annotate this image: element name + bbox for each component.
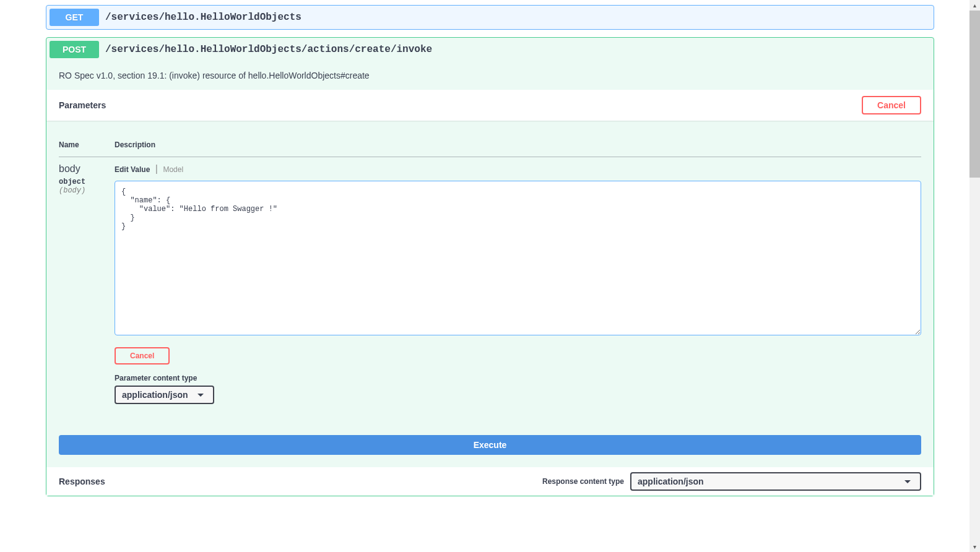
body-textarea[interactable] [115, 181, 921, 335]
opblock-description: RO Spec v1.0, section 19.1: (invoke) res… [46, 61, 934, 90]
opblock-path-get: /services/hello.HelloWorldObjects [105, 12, 930, 23]
opblock-summary-post[interactable]: POST /services/hello.HelloWorldObjects/a… [46, 38, 934, 61]
cancel-button[interactable]: Cancel [862, 96, 921, 114]
opblock-path-post: /services/hello.HelloWorldObjects/action… [105, 44, 930, 55]
opblock-get[interactable]: GET /services/hello.HelloWorldObjects [46, 5, 934, 30]
param-name: body [59, 163, 115, 175]
param-in: (body) [59, 186, 115, 195]
param-row: body object (body) Edit Value | Model [59, 157, 921, 411]
method-badge-post: POST [50, 41, 99, 58]
scrollbar[interactable]: ▴ ▾ [969, 0, 980, 504]
tab-separator: | [155, 163, 158, 174]
responses-title: Responses [59, 477, 105, 486]
tab-edit-value[interactable]: Edit Value [115, 165, 150, 174]
param-header-name: Name [59, 133, 115, 157]
parameters-table: Name Description body object (body) [59, 133, 921, 410]
opblock-post: POST /services/hello.HelloWorldObjects/a… [46, 37, 934, 496]
response-content-type-wrapper: Response content type application/json [542, 472, 921, 491]
cancel-inner-button[interactable]: Cancel [115, 347, 170, 364]
param-header-description: Description [115, 133, 921, 157]
parameters-container: Name Description body object (body) [46, 121, 934, 423]
parameters-section-header: Parameters Cancel [46, 90, 934, 121]
param-type: object [59, 175, 115, 186]
parameters-title: Parameters [59, 100, 106, 110]
response-content-type-label: Response content type [542, 477, 624, 486]
responses-header: Responses Response content type applicat… [46, 467, 934, 496]
opblock-summary-get[interactable]: GET /services/hello.HelloWorldObjects [46, 6, 934, 29]
scrollbar-thumb[interactable] [969, 11, 980, 178]
model-tabs: Edit Value | Model [115, 163, 921, 175]
execute-button[interactable]: Execute [59, 435, 921, 455]
method-badge-get: GET [50, 9, 99, 26]
tab-model[interactable]: Model [163, 165, 183, 174]
execute-wrapper: Execute [46, 423, 934, 467]
param-content-type-label: Parameter content type [115, 374, 921, 382]
response-content-type-select[interactable]: application/json [630, 472, 921, 491]
scroll-up-icon[interactable]: ▴ [969, 0, 980, 11]
param-content-type-select[interactable]: application/json [115, 386, 214, 404]
